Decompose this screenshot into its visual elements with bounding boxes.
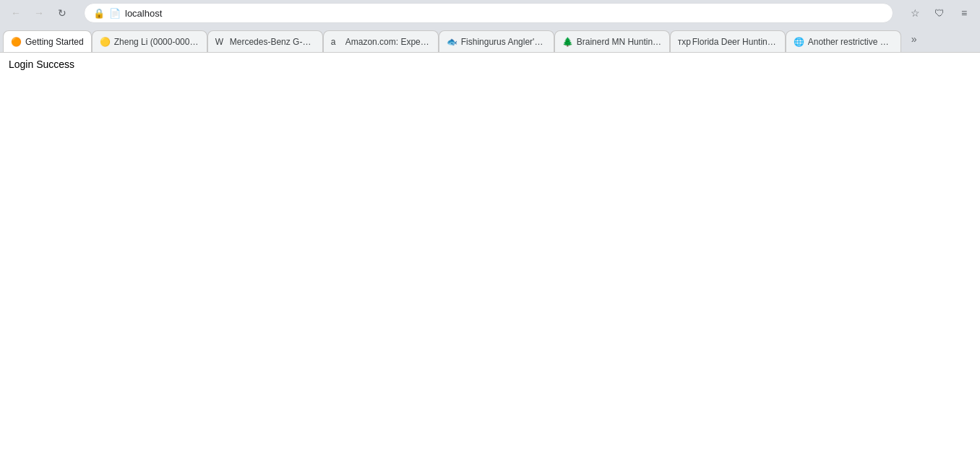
tab-restrictive[interactable]: 🌐Another restrictive dee... — [786, 30, 901, 52]
security-icon: 🔒 — [93, 8, 105, 19]
tab-brainerd-label: Brainerd MN Hunting ... — [577, 37, 662, 47]
tab-amazon-favicon: a — [331, 37, 341, 47]
forward-button[interactable]: → — [29, 3, 49, 23]
back-button[interactable]: ← — [6, 3, 26, 23]
tab-fishingurus-label: Fishingurus Angler's l... — [461, 37, 546, 47]
page-icon: 📄 — [109, 8, 121, 19]
toolbar-right: ☆ 🛡 ≡ — [905, 3, 974, 23]
tab-florida[interactable]: тхрFlorida Deer Hunting S... — [670, 30, 786, 52]
tab-mercedes-label: Mercedes-Benz G-Clas... — [230, 37, 315, 47]
page-content: Login Success — [0, 53, 980, 457]
tab-brainerd[interactable]: 🌲Brainerd MN Hunting ... — [554, 30, 670, 52]
tab-mercedes-favicon: W — [215, 37, 225, 47]
tab-fishingurus-favicon: 🐟 — [447, 37, 457, 47]
address-bar-container[interactable]: 🔒 📄 localhost — [84, 3, 893, 23]
tab-zheng-li-favicon: 🟡 — [100, 37, 110, 47]
tab-amazon[interactable]: aAmazon.com: ExpertP... — [323, 30, 439, 52]
tab-amazon-label: Amazon.com: ExpertP... — [345, 37, 431, 47]
tab-getting-started-label: Getting Started — [25, 37, 84, 47]
tab-mercedes[interactable]: WMercedes-Benz G-Clas... — [207, 30, 323, 52]
title-bar: ← → ↻ 🔒 📄 localhost ☆ 🛡 ≡ — [0, 0, 980, 26]
tab-zheng-li[interactable]: 🟡Zheng Li (0000-0002-3... — [92, 30, 207, 52]
tab-restrictive-label: Another restrictive dee... — [808, 37, 893, 47]
tabs-overflow-button[interactable]: » — [904, 29, 924, 49]
tab-florida-favicon: тхр — [678, 37, 688, 47]
tab-restrictive-favicon: 🌐 — [794, 37, 804, 47]
bookmark-button[interactable]: ☆ — [905, 3, 925, 23]
browser-chrome: ← → ↻ 🔒 📄 localhost ☆ 🛡 ≡ 🟠Getting Start… — [0, 0, 980, 53]
tabs-bar: 🟠Getting Started🟡Zheng Li (0000-0002-3..… — [0, 26, 980, 52]
tab-florida-label: Florida Deer Hunting S... — [692, 37, 778, 47]
tab-fishingurus[interactable]: 🐟Fishingurus Angler's l... — [439, 30, 554, 52]
address-bar-url: localhost — [125, 8, 884, 19]
tab-getting-started-favicon: 🟠 — [11, 37, 21, 47]
tab-zheng-li-label: Zheng Li (0000-0002-3... — [114, 37, 199, 47]
nav-controls: ← → ↻ — [6, 3, 72, 23]
login-success-text: Login Success — [9, 59, 74, 70]
tab-getting-started[interactable]: 🟠Getting Started — [3, 30, 92, 52]
shield-button[interactable]: 🛡 — [929, 3, 950, 23]
reload-button[interactable]: ↻ — [52, 3, 72, 23]
tab-brainerd-favicon: 🌲 — [562, 37, 572, 47]
menu-button[interactable]: ≡ — [954, 3, 974, 23]
